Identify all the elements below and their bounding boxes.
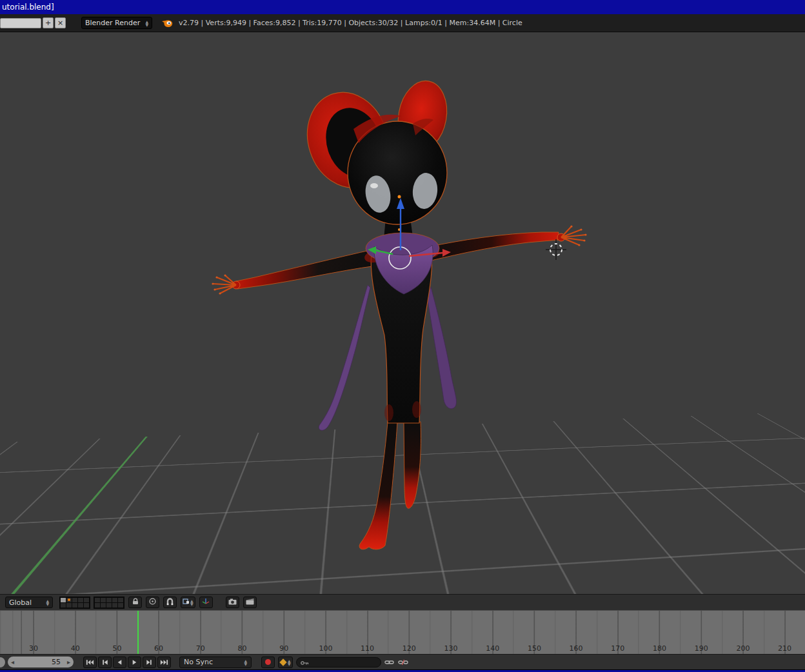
hip-red-left <box>384 404 393 421</box>
layer-cell[interactable] <box>118 598 123 602</box>
right-hand <box>557 225 587 246</box>
cropped-widget <box>0 657 5 667</box>
snap-target-button[interactable]: ▲▼ <box>181 597 195 608</box>
current-frame-line[interactable] <box>137 611 139 654</box>
layer-group-2[interactable] <box>94 597 124 609</box>
character-model[interactable] <box>212 77 586 549</box>
manipulator-axes-icon <box>202 598 210 607</box>
eye-glint <box>370 183 378 188</box>
layer-cell[interactable] <box>84 603 89 608</box>
blender-logo-icon <box>161 18 173 28</box>
dropdown-chevrons-icon: ▲▼ <box>244 659 247 666</box>
frame-value: 55 <box>14 658 67 666</box>
window-title-bar: utorial.blend] <box>0 0 805 14</box>
screen-layout-field[interactable] <box>0 18 41 28</box>
dropdown-chevrons-icon: ▲▼ <box>288 659 291 666</box>
opengl-render-anim-icon <box>246 598 254 607</box>
layer-cell[interactable] <box>112 598 117 602</box>
delete-keyframes-button[interactable] <box>398 657 408 668</box>
snap-magnet-button[interactable] <box>163 597 177 608</box>
layer-cell[interactable] <box>78 598 83 602</box>
window-title: utorial.blend] <box>2 3 54 12</box>
layer-cell[interactable] <box>106 598 112 602</box>
frame-tick-label: 100 <box>319 644 332 653</box>
layer-cell[interactable] <box>112 603 117 608</box>
layer-cell[interactable] <box>72 603 77 608</box>
frame-tick-label: 150 <box>528 644 541 653</box>
viewport-3d[interactable] <box>0 32 805 594</box>
close-icon: × <box>57 19 63 27</box>
right-leg <box>404 422 421 508</box>
render-engine-dropdown[interactable]: Blender Render ▲▼ <box>81 17 152 29</box>
add-icon: + <box>45 19 51 27</box>
scene-lock-button[interactable] <box>128 597 142 608</box>
current-frame-field[interactable]: ◂ 55 ▸ <box>8 657 74 667</box>
close-screen-button[interactable]: × <box>55 17 66 28</box>
render-engine-label: Blender Render <box>85 19 140 27</box>
layer-group-1[interactable] <box>59 597 90 609</box>
keying-set-dropdown[interactable]: ▲▼ <box>278 657 293 668</box>
frame-tick-label: 40 <box>71 644 80 653</box>
proportional-edit-button[interactable] <box>146 597 159 608</box>
manipulator-axes-button[interactable] <box>199 597 213 608</box>
layer-cell[interactable] <box>101 603 106 608</box>
layer-cell[interactable] <box>66 598 72 602</box>
broken-link-icon <box>398 656 408 668</box>
play-reverse-button[interactable] <box>113 657 126 668</box>
layer-cell[interactable] <box>118 603 123 608</box>
record-icon <box>265 659 271 665</box>
layer-cell[interactable] <box>61 603 66 608</box>
viewport-header: Global ▲▼ <box>0 594 805 610</box>
layer-cell[interactable] <box>72 598 77 602</box>
layer-cell[interactable] <box>78 603 83 608</box>
orientation-label: Global <box>9 598 32 607</box>
play-button[interactable] <box>128 657 141 668</box>
layer-cell[interactable] <box>106 603 112 608</box>
opengl-render-icon <box>228 598 237 607</box>
frame-tick-label: 60 <box>154 644 163 653</box>
layer-cell[interactable] <box>101 598 106 602</box>
scarf-tail-right <box>427 287 456 409</box>
info-header: + × Blender Render ▲▼ v2.79 | Verts:9,94… <box>0 14 805 32</box>
layer-cell[interactable] <box>95 598 100 602</box>
frame-tick-label: 190 <box>695 644 708 653</box>
play-icon <box>130 659 139 666</box>
layer-cell[interactable] <box>61 598 66 602</box>
sync-mode-label: No Sync <box>184 658 213 666</box>
frame-tick-label: 210 <box>778 644 791 653</box>
scene-statistics: v2.79 | Verts:9,949 | Faces:9,852 | Tris… <box>179 19 522 27</box>
layers-widget[interactable] <box>59 597 124 609</box>
opengl-render-button[interactable] <box>226 597 239 608</box>
add-screen-button[interactable]: + <box>43 17 54 28</box>
frame-tick-label: 130 <box>444 644 458 653</box>
active-keying-set-field[interactable] <box>296 657 381 667</box>
jump-to-start-icon <box>85 659 95 666</box>
auto-keyframe-button[interactable] <box>261 657 275 668</box>
jump-to-prev-keyframe-icon <box>100 659 110 666</box>
jump-to-start-button[interactable] <box>83 657 97 668</box>
sync-mode-dropdown[interactable]: No Sync ▲▼ <box>179 657 252 668</box>
frame-tick-label: 90 <box>279 644 288 653</box>
playback-controls <box>83 657 171 668</box>
layer-cell[interactable] <box>66 603 72 608</box>
opengl-render-anim-button[interactable] <box>243 597 257 608</box>
insert-keyframes-button[interactable] <box>384 657 395 668</box>
scarf-tail-left <box>319 285 370 430</box>
jump-to-prev-keyframe-button[interactable] <box>98 657 112 668</box>
frame-tick-label: 140 <box>486 644 499 653</box>
increment-icon[interactable]: ▸ <box>67 658 70 666</box>
jump-to-end-button[interactable] <box>157 657 171 668</box>
frame-tick-label: 200 <box>736 644 750 653</box>
timeline-ruler[interactable]: 3040506070809010011012013014015016017018… <box>0 610 805 654</box>
frame-tick-label: 110 <box>361 644 374 653</box>
jump-to-next-keyframe-button[interactable] <box>143 657 156 668</box>
cursor-3d[interactable] <box>546 239 566 260</box>
frame-tick-label: 180 <box>653 644 666 653</box>
layer-cell[interactable] <box>95 603 100 608</box>
layer-cell[interactable] <box>84 598 89 602</box>
frame-tick-label: 30 <box>29 644 38 653</box>
proportional-edit-icon <box>149 598 156 607</box>
blender-window: utorial.blend] + × Blender Render ▲▼ v2.… <box>0 0 805 672</box>
transform-orientation-dropdown[interactable]: Global ▲▼ <box>5 597 53 608</box>
keying-set-diamond-icon <box>279 658 286 666</box>
